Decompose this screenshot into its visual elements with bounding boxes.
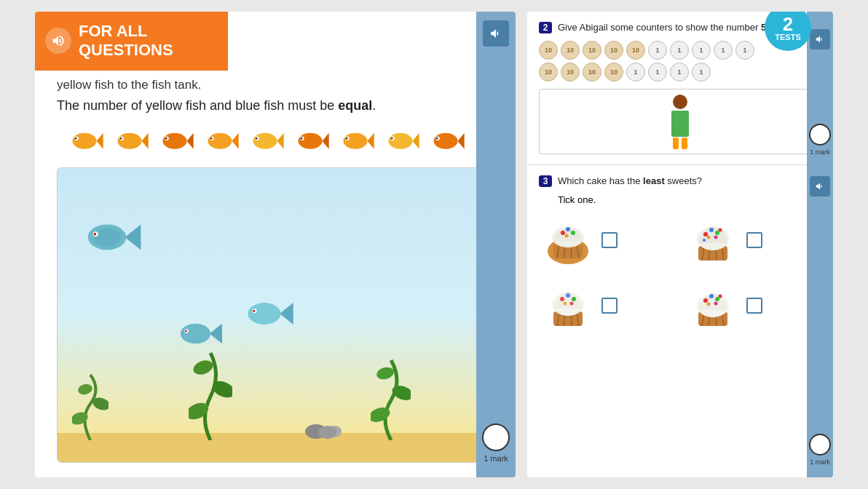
fish-2 bbox=[109, 124, 150, 156]
svg-marker-5 bbox=[142, 133, 149, 149]
q3-sub: Tick one. bbox=[558, 194, 821, 205]
svg-point-92 bbox=[560, 297, 564, 301]
counter-1-1: 1 bbox=[648, 41, 667, 60]
q3-mark-circle bbox=[809, 434, 831, 456]
cupcake-item-1 bbox=[539, 211, 676, 269]
counter-10-4: 10 bbox=[604, 41, 623, 60]
cupcake-1-checkbox[interactable] bbox=[601, 232, 618, 248]
svg-point-7 bbox=[120, 138, 122, 140]
tests-number: 2 bbox=[783, 15, 793, 33]
fish-1 bbox=[64, 124, 105, 156]
svg-point-80 bbox=[709, 228, 714, 232]
svg-point-58 bbox=[192, 358, 215, 377]
q2-mark-circle bbox=[809, 124, 831, 146]
svg-point-50 bbox=[248, 303, 281, 325]
q3-text: Which cake has the least sweets? bbox=[558, 175, 821, 186]
svg-point-70 bbox=[566, 227, 570, 231]
cupcake-4-checkbox[interactable] bbox=[746, 298, 762, 314]
q2-image-box bbox=[539, 89, 821, 154]
seaweed-1 bbox=[72, 367, 108, 440]
seaweed-2 bbox=[189, 346, 232, 440]
svg-point-61 bbox=[375, 365, 395, 381]
counter-1-9: 1 bbox=[692, 63, 711, 82]
svg-marker-49 bbox=[280, 303, 293, 325]
cupcake-item-4 bbox=[684, 277, 821, 335]
svg-point-79 bbox=[703, 232, 708, 236]
left-panel: FOR ALL QUESTIONS yellow fish to the fis… bbox=[35, 12, 516, 477]
svg-marker-9 bbox=[187, 133, 194, 149]
rock-3 bbox=[318, 426, 336, 439]
cupcake-4 bbox=[684, 277, 742, 335]
cupcake-3-checkbox[interactable] bbox=[601, 298, 618, 314]
tens-row-2: 10 10 10 10 1 1 1 1 bbox=[539, 63, 821, 82]
svg-point-44 bbox=[94, 233, 97, 236]
svg-point-106 bbox=[707, 303, 711, 306]
svg-point-72 bbox=[565, 234, 569, 238]
counter-10-6: 10 bbox=[539, 63, 558, 82]
q2-mark-label: 1 mark bbox=[810, 148, 830, 156]
svg-point-81 bbox=[715, 231, 719, 235]
tank-fish-1 bbox=[79, 212, 145, 263]
right-panel: 2 TESTS 2 Give Abigail some counters to … bbox=[527, 12, 833, 477]
left-mark-circle bbox=[482, 424, 510, 451]
cupcake-1 bbox=[539, 211, 597, 269]
svg-point-85 bbox=[703, 239, 706, 242]
q3-mark-label: 1 mark bbox=[810, 458, 830, 466]
counter-1-2: 1 bbox=[670, 41, 689, 60]
person-leg-left bbox=[673, 138, 679, 149]
svg-point-52 bbox=[253, 310, 255, 312]
svg-point-96 bbox=[570, 302, 574, 306]
svg-marker-33 bbox=[458, 133, 465, 149]
person-head bbox=[673, 95, 687, 109]
svg-point-103 bbox=[703, 298, 708, 303]
svg-point-84 bbox=[719, 228, 722, 232]
fish-5 bbox=[245, 124, 285, 156]
counter-1-3: 1 bbox=[692, 41, 711, 60]
svg-point-11 bbox=[165, 138, 167, 140]
q3-speaker-button[interactable] bbox=[810, 176, 830, 196]
counter-1-8: 1 bbox=[670, 63, 689, 82]
counter-10-5: 10 bbox=[626, 41, 645, 60]
svg-marker-17 bbox=[277, 133, 284, 149]
question-text-top: yellow fish to the fish tank. bbox=[57, 78, 511, 92]
svg-point-23 bbox=[301, 138, 303, 140]
fish-4 bbox=[200, 124, 240, 156]
orange-banner: FOR ALL QUESTIONS bbox=[35, 12, 228, 71]
person-body bbox=[671, 111, 689, 137]
fish-tank bbox=[57, 167, 511, 463]
svg-marker-1 bbox=[97, 133, 103, 149]
svg-marker-21 bbox=[323, 133, 329, 149]
q2-speaker-button[interactable] bbox=[810, 29, 830, 49]
svg-point-3 bbox=[75, 138, 77, 140]
counter-10-2: 10 bbox=[561, 41, 580, 60]
tank-fish-3 bbox=[240, 292, 298, 335]
svg-point-95 bbox=[564, 302, 567, 306]
fish-9 bbox=[425, 124, 466, 156]
svg-point-83 bbox=[714, 236, 718, 239]
svg-point-46 bbox=[181, 324, 210, 344]
svg-point-31 bbox=[391, 138, 393, 140]
svg-point-42 bbox=[93, 228, 122, 247]
banner-speaker-icon[interactable] bbox=[45, 28, 71, 54]
person-figure bbox=[671, 95, 689, 149]
q3-header: 3 Which cake has the least sweets? bbox=[539, 175, 821, 187]
svg-point-71 bbox=[571, 231, 575, 235]
svg-marker-29 bbox=[413, 133, 419, 149]
fish-7 bbox=[335, 124, 376, 156]
person-leg-right bbox=[682, 138, 687, 149]
cupcake-2-checkbox[interactable] bbox=[746, 232, 762, 248]
counter-10-1: 10 bbox=[539, 41, 558, 60]
cupcake-item-3 bbox=[539, 277, 676, 335]
counter-10-9: 10 bbox=[604, 63, 623, 82]
svg-point-19 bbox=[256, 138, 258, 140]
svg-point-16 bbox=[253, 133, 277, 149]
fish-6 bbox=[290, 124, 331, 156]
svg-point-57 bbox=[210, 378, 232, 401]
counter-1-5: 1 bbox=[735, 41, 754, 60]
cupcakes-grid bbox=[539, 211, 821, 335]
person-legs bbox=[673, 138, 687, 149]
svg-point-27 bbox=[346, 138, 348, 140]
svg-point-105 bbox=[715, 297, 719, 301]
svg-marker-25 bbox=[368, 133, 374, 149]
svg-marker-45 bbox=[210, 324, 222, 344]
